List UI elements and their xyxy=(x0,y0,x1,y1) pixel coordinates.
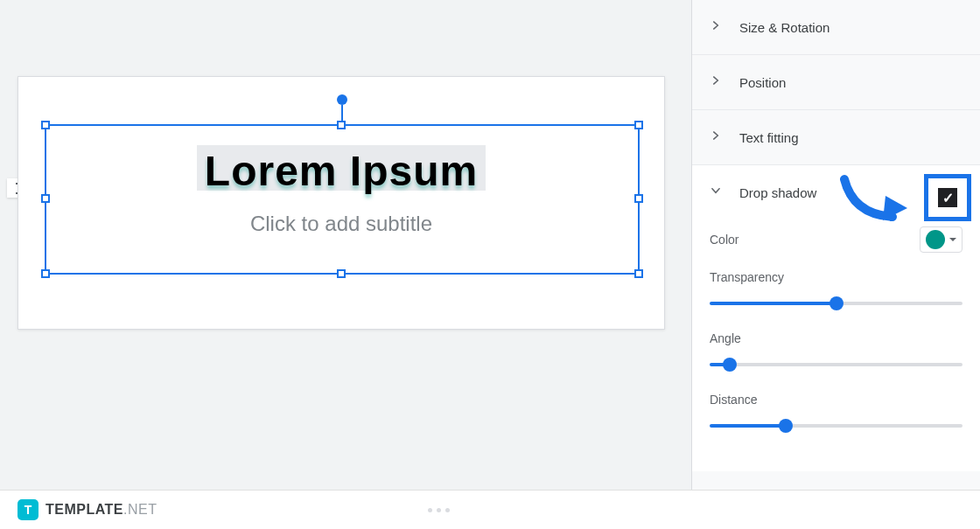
resize-handle-se[interactable] xyxy=(634,269,643,278)
caret-down-icon xyxy=(949,238,956,241)
position-panel[interactable]: Position xyxy=(692,55,980,110)
chevron-right-icon xyxy=(710,19,722,35)
distance-slider-thumb[interactable] xyxy=(779,419,793,433)
check-icon: ✓ xyxy=(942,190,954,206)
distance-group: Distance xyxy=(710,393,962,435)
resize-handle-e[interactable] xyxy=(634,194,643,203)
resize-handle-ne[interactable] xyxy=(634,121,643,129)
color-swatch xyxy=(926,230,945,249)
footer-dots-icon xyxy=(428,508,450,512)
drop-shadow-checkbox[interactable]: ✓ xyxy=(938,188,957,207)
resize-handle-w[interactable] xyxy=(41,194,50,203)
textbox-selection[interactable] xyxy=(45,124,640,275)
angle-slider[interactable] xyxy=(710,356,962,373)
angle-slider-thumb[interactable] xyxy=(723,358,737,372)
angle-label: Angle xyxy=(710,331,962,345)
position-label: Position xyxy=(739,75,786,90)
transparency-group: Transparency xyxy=(710,270,962,312)
transparency-label: Transparency xyxy=(710,270,962,284)
resize-handle-nw[interactable] xyxy=(41,121,50,129)
chevron-right-icon xyxy=(710,129,722,145)
size-rotation-panel[interactable]: Size & Rotation xyxy=(692,0,980,55)
distance-label: Distance xyxy=(710,393,962,407)
resize-handle-s[interactable] xyxy=(337,269,346,278)
slide[interactable]: Lorem Ipsum Lorem Ipsum Click to add sub… xyxy=(18,76,665,330)
color-label: Color xyxy=(710,233,738,247)
color-picker[interactable] xyxy=(920,226,962,253)
angle-group: Angle xyxy=(710,331,962,373)
footer: T TEMPLATE.NET xyxy=(0,490,980,529)
resize-handle-sw[interactable] xyxy=(41,269,50,278)
text-fitting-panel[interactable]: Text fitting xyxy=(692,110,980,165)
size-rotation-label: Size & Rotation xyxy=(739,20,830,35)
format-options-sidebar: Size & Rotation Position Text fitting Dr… xyxy=(691,0,980,529)
resize-handle-n[interactable] xyxy=(337,121,346,129)
footer-brand-text: TEMPLATE.NET xyxy=(46,502,157,518)
canvas-area[interactable]: Lorem Ipsum Lorem Ipsum Click to add sub… xyxy=(0,0,691,529)
chevron-down-icon xyxy=(710,184,722,200)
drop-shadow-checkbox-highlight: ✓ xyxy=(924,174,971,221)
chevron-right-icon xyxy=(710,74,722,90)
distance-slider[interactable] xyxy=(710,417,962,435)
transparency-slider-thumb[interactable] xyxy=(830,296,844,310)
footer-brand-icon: T xyxy=(18,499,38,520)
drop-shadow-section: Drop shadow ✓ Color Transparency xyxy=(692,165,980,471)
rotate-handle[interactable] xyxy=(337,94,347,105)
transparency-slider[interactable] xyxy=(710,295,962,312)
color-row: Color xyxy=(710,226,962,253)
footer-logo[interactable]: T TEMPLATE.NET xyxy=(18,499,157,520)
text-fitting-label: Text fitting xyxy=(739,130,799,145)
